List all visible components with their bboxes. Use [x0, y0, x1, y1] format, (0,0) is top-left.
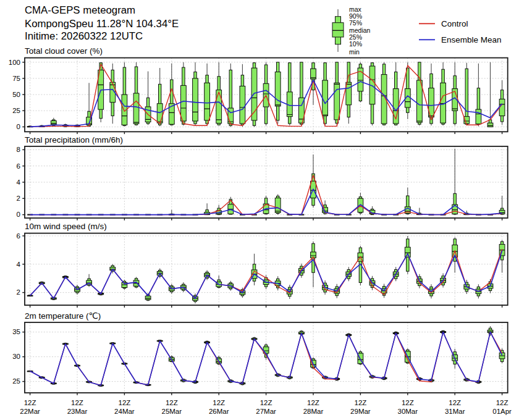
svg-text:22Mar: 22Mar: [20, 408, 40, 415]
svg-text:Total cloud cover (%): Total cloud cover (%): [25, 46, 103, 56]
svg-text:2: 2: [17, 195, 20, 202]
svg-text:31Mar: 31Mar: [445, 408, 465, 415]
svg-text:12Z: 12Z: [402, 399, 414, 406]
svg-text:12Z: 12Z: [354, 399, 366, 406]
svg-text:25Mar: 25Mar: [161, 408, 182, 415]
svg-text:24Mar: 24Mar: [114, 408, 135, 415]
svg-text:8: 8: [17, 146, 20, 153]
svg-text:2: 2: [17, 288, 20, 296]
svg-text:0: 0: [17, 211, 20, 218]
svg-text:27Mar: 27Mar: [256, 408, 276, 415]
svg-text:min: min: [349, 48, 360, 56]
svg-text:100: 100: [9, 59, 20, 66]
svg-text:12Z: 12Z: [307, 399, 319, 406]
svg-text:2m temperature (℃): 2m temperature (℃): [25, 311, 101, 321]
svg-text:CMA-GEPS meteogram: CMA-GEPS meteogram: [25, 4, 135, 16]
svg-text:30: 30: [12, 353, 20, 360]
svg-text:50: 50: [12, 91, 20, 98]
svg-text:12Z: 12Z: [166, 399, 178, 406]
svg-text:4: 4: [17, 178, 21, 186]
svg-text:23Mar: 23Mar: [67, 408, 88, 415]
svg-text:29Mar: 29Mar: [350, 408, 371, 415]
svg-text:28Mar: 28Mar: [303, 408, 324, 415]
svg-text:01Apr: 01Apr: [492, 408, 512, 415]
svg-text:max: max: [349, 6, 362, 13]
svg-text:25: 25: [12, 107, 20, 114]
svg-text:KompongSpeu 11.28°N 104.34°E: KompongSpeu 11.28°N 104.34°E: [25, 18, 179, 30]
svg-text:Total precipitation (mm/6h): Total precipitation (mm/6h): [25, 135, 123, 145]
svg-text:0: 0: [17, 123, 20, 130]
svg-text:10m wind speed (m/s): 10m wind speed (m/s): [25, 222, 107, 231]
svg-text:12Z: 12Z: [260, 399, 272, 406]
svg-text:12Z: 12Z: [71, 399, 83, 406]
svg-text:6: 6: [17, 162, 20, 170]
svg-text:12Z: 12Z: [496, 399, 508, 406]
svg-text:Initime: 20260322 12UTC: Initime: 20260322 12UTC: [25, 30, 143, 42]
svg-text:12Z: 12Z: [24, 399, 36, 406]
svg-text:30Mar: 30Mar: [397, 408, 418, 415]
svg-text:75%: 75%: [349, 19, 362, 27]
svg-text:25: 25: [12, 377, 20, 385]
svg-text:75: 75: [12, 75, 20, 82]
svg-text:6: 6: [17, 232, 20, 240]
svg-text:Control: Control: [441, 19, 468, 28]
svg-text:12Z: 12Z: [118, 399, 130, 406]
svg-text:26Mar: 26Mar: [209, 408, 229, 415]
svg-text:4: 4: [17, 261, 21, 268]
svg-text:35: 35: [12, 328, 20, 335]
svg-text:12Z: 12Z: [213, 399, 225, 406]
svg-text:Ensemble Mean: Ensemble Mean: [441, 35, 502, 44]
svg-text:10%: 10%: [349, 40, 362, 48]
svg-text:12Z: 12Z: [449, 399, 461, 406]
